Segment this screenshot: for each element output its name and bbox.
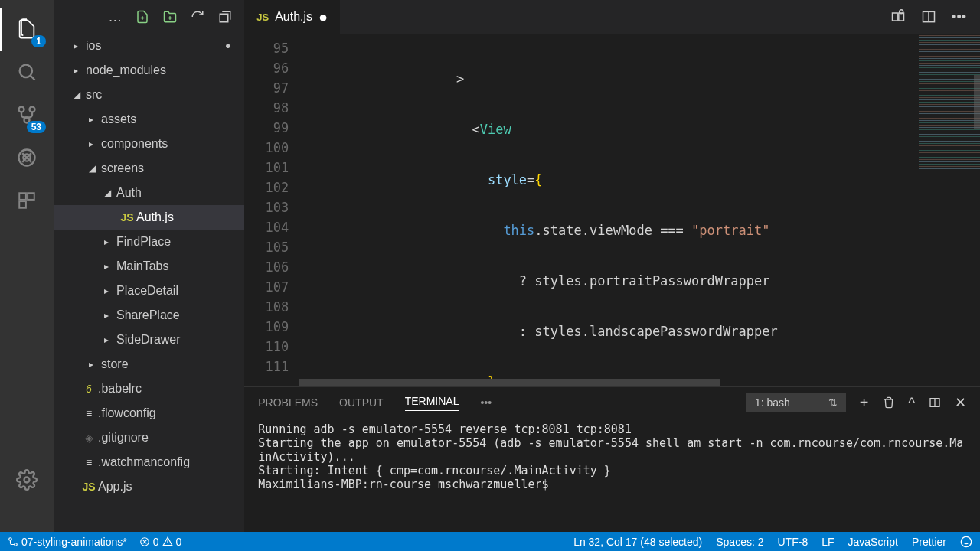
tab-title: Auth.js [275, 10, 312, 24]
compare-icon[interactable] [890, 9, 906, 24]
babel-file-icon: 6 [81, 383, 96, 395]
collapse-all-icon[interactable] [218, 10, 232, 24]
svg-point-0 [20, 65, 32, 77]
svg-rect-17 [220, 14, 229, 22]
svg-rect-9 [19, 193, 26, 200]
tree-folder-src[interactable]: ◢src [54, 83, 244, 107]
new-file-icon[interactable] [136, 10, 149, 24]
activity-bar: 1 53 [0, 0, 54, 532]
tree-folder-screens[interactable]: ◢screens [54, 156, 244, 181]
close-panel-icon[interactable]: ✕ [955, 394, 966, 411]
status-spaces[interactable]: Spaces: 2 [716, 536, 763, 548]
toggle-panel-icon[interactable] [929, 396, 941, 409]
svg-point-25 [9, 537, 12, 540]
minimap[interactable] [919, 34, 980, 386]
config-file-icon: ≡ [81, 407, 96, 419]
status-prettier[interactable]: Prettier [912, 536, 946, 548]
tree-folder-ios[interactable]: ▸ios • [54, 34, 244, 58]
tree-folder-auth[interactable]: ◢Auth [54, 181, 244, 205]
panel: PROBLEMS OUTPUT TERMINAL ••• 1: bash ⇅ +… [244, 386, 980, 532]
explorer-badge: 1 [31, 35, 46, 47]
js-file-icon: JS [119, 211, 135, 223]
panel-more-icon[interactable]: ••• [480, 396, 492, 409]
svg-point-31 [961, 536, 971, 546]
js-file-icon: JS [256, 11, 269, 23]
svg-point-20 [900, 10, 903, 14]
status-eol[interactable]: LF [822, 536, 834, 548]
svg-line-1 [31, 76, 34, 80]
new-terminal-icon[interactable]: + [860, 394, 869, 412]
sidebar-header: … [54, 0, 244, 34]
svg-point-12 [24, 478, 30, 483]
editor-body[interactable]: 959697 9899100 101102103 104105106 10710… [244, 34, 980, 386]
file-tree[interactable]: ▸ios • ▸node_modules ◢src ▸assets ▸compo… [54, 34, 244, 532]
status-encoding[interactable]: UTF-8 [778, 536, 808, 548]
terminal-output[interactable]: Running adb -s emulator-5554 reverse tcp… [244, 418, 980, 532]
status-bar: 07-styling-animations* 0 0 Ln 32, Col 17… [0, 532, 980, 551]
status-errors[interactable]: 0 0 [139, 536, 182, 548]
status-branch[interactable]: 07-styling-animations* [8, 536, 127, 548]
gitignore-file-icon: ◈ [81, 432, 96, 444]
svg-point-8 [23, 154, 30, 161]
more-icon[interactable]: … [108, 9, 122, 25]
tab-terminal[interactable]: TERMINAL [405, 395, 459, 411]
editor-title-actions: ••• [890, 0, 980, 34]
line-number-gutter: 959697 9899100 101102103 104105106 10710… [244, 34, 299, 386]
source-control-icon[interactable]: 53 [0, 93, 54, 136]
tab-problems[interactable]: PROBLEMS [258, 396, 318, 409]
tab-output[interactable]: OUTPUT [339, 396, 384, 409]
tree-file-flowconfig[interactable]: ≡ .flowconfig [54, 401, 244, 425]
tree-folder-node-modules[interactable]: ▸node_modules [54, 58, 244, 83]
svg-point-26 [15, 543, 18, 546]
tree-folder-maintabs[interactable]: ▸MainTabs [54, 254, 244, 279]
status-cursor[interactable]: Ln 32, Col 17 (48 selected) [573, 536, 702, 548]
new-folder-icon[interactable] [163, 10, 177, 24]
explorer-icon[interactable]: 1 [0, 8, 54, 51]
modified-dot-icon: • [225, 37, 230, 55]
svg-rect-11 [19, 201, 26, 208]
tab-bar: JS Auth.js ● ••• [244, 0, 980, 34]
more-actions-icon[interactable]: ••• [952, 9, 966, 25]
scm-badge: 53 [27, 121, 46, 133]
tree-folder-findplace[interactable]: ▸FindPlace [54, 230, 244, 254]
search-icon[interactable] [0, 51, 54, 93]
config-file-icon: ≡ [81, 456, 96, 468]
svg-point-2 [19, 107, 24, 112]
tree-folder-components[interactable]: ▸components [54, 132, 244, 156]
js-file-icon: JS [81, 481, 96, 493]
code-content[interactable]: > <View style={ this.state.viewMode === … [299, 34, 919, 386]
kill-terminal-icon[interactable] [883, 396, 895, 409]
svg-rect-18 [893, 13, 898, 21]
tree-folder-placedetail[interactable]: ▸PlaceDetail [54, 279, 244, 303]
split-editor-icon[interactable] [921, 9, 936, 24]
panel-tabs: PROBLEMS OUTPUT TERMINAL ••• 1: bash ⇅ +… [244, 387, 980, 418]
svg-point-3 [30, 107, 35, 112]
status-language[interactable]: JavaScript [848, 536, 898, 548]
debug-icon[interactable] [0, 136, 54, 179]
refresh-icon[interactable] [191, 10, 204, 24]
chevron-updown-icon: ⇅ [828, 396, 838, 409]
tree-file-watchmanconfig[interactable]: ≡ .watchmanconfig [54, 450, 244, 474]
tab-auth-js[interactable]: JS Auth.js ● [244, 0, 341, 34]
editor-area: JS Auth.js ● ••• 959697 9899100 10110210… [244, 0, 980, 532]
settings-gear-icon[interactable] [0, 458, 54, 501]
sidebar: … ▸ios • ▸node_modules ◢src [54, 0, 244, 532]
tree-file-app-js[interactable]: JS App.js [54, 474, 244, 499]
extensions-icon[interactable] [0, 179, 54, 222]
tree-file-babelrc[interactable]: 6 .babelrc [54, 377, 244, 401]
status-feedback-icon[interactable] [960, 536, 972, 548]
tree-folder-sidedrawer[interactable]: ▸SideDrawer [54, 328, 244, 352]
tree-file-gitignore[interactable]: ◈ .gitignore [54, 425, 244, 450]
tree-folder-shareplace[interactable]: ▸SharePlace [54, 303, 244, 328]
tree-file-auth-js[interactable]: JS Auth.js [54, 205, 244, 230]
svg-rect-10 [28, 193, 34, 200]
dirty-indicator-icon: ● [318, 8, 328, 26]
terminal-select[interactable]: 1: bash ⇅ [746, 393, 846, 412]
maximize-panel-icon[interactable]: ^ [909, 395, 915, 411]
tree-folder-store[interactable]: ▸store [54, 352, 244, 377]
horizontal-scrollbar[interactable] [299, 379, 911, 386]
tree-folder-assets[interactable]: ▸assets [54, 107, 244, 132]
